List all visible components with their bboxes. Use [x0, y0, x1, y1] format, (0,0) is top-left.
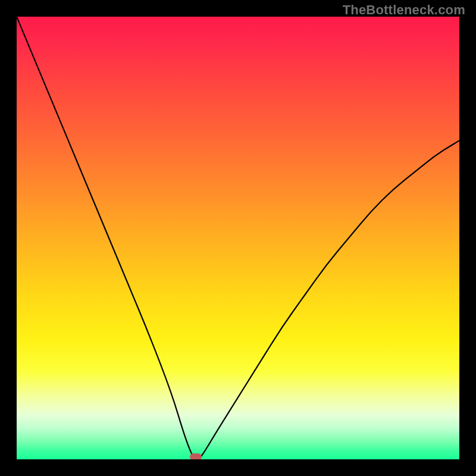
bottleneck-curve [17, 17, 459, 459]
curve-svg [17, 17, 459, 459]
optimal-marker [190, 453, 202, 459]
watermark-text: TheBottleneck.com [343, 2, 465, 18]
plot-area [17, 17, 459, 459]
chart-frame: TheBottleneck.com [0, 0, 476, 476]
